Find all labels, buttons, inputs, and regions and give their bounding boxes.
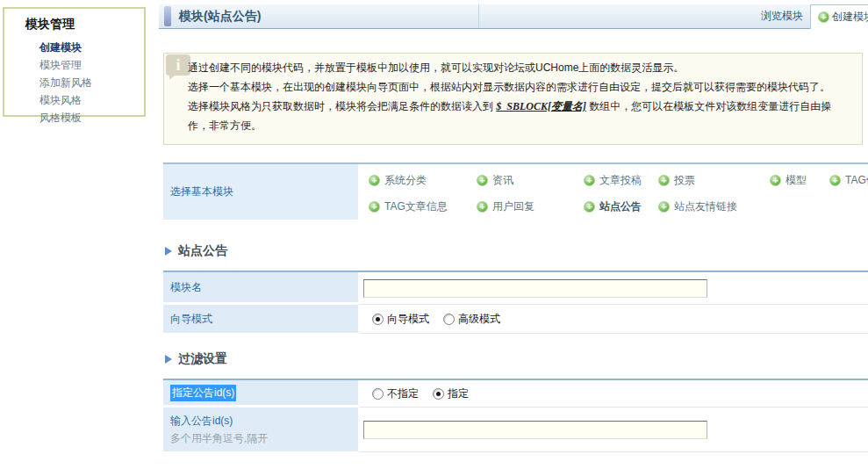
module-option-poll[interactable]: 投票 xyxy=(658,173,695,188)
radio-wizard-mode[interactable] xyxy=(372,314,384,325)
radio-not-specify[interactable] xyxy=(372,388,384,400)
input-ids-label: 输入公告id(s) 多个用半角逗号,隔开 xyxy=(163,408,358,451)
section-header-filter: 过滤设置 xyxy=(165,351,227,367)
specify-option[interactable]: 指定 xyxy=(433,386,469,401)
section-title: 站点公告 xyxy=(178,243,227,259)
input-ids-cell xyxy=(360,408,868,452)
module-option-model[interactable]: 模型 xyxy=(770,173,807,188)
info-line-1: 通过创建不同的模块代码，并放置于模板中加以使用，就可以实现对论坛或UCHome上… xyxy=(188,58,851,77)
specify-ids-label: 指定公告id(s) xyxy=(163,380,358,407)
not-specify-option[interactable]: 不指定 xyxy=(372,386,419,401)
radio-advanced-mode[interactable] xyxy=(443,314,455,325)
wizard-mode-cell: 向导模式 高级模式 xyxy=(360,305,868,334)
sidebar-item-module-style[interactable]: 模块风格 xyxy=(39,91,144,109)
sidebar-item-add-style[interactable]: 添加新风格 xyxy=(39,74,144,91)
filter-form: 指定公告id(s) 不指定 指定 输入公告id(s) 多个用半角逗号,隔开 xyxy=(163,379,868,452)
announcement-ids-input[interactable] xyxy=(363,421,707,439)
module-option-site-announcement[interactable]: 站点公告 xyxy=(584,199,642,214)
triangle-icon xyxy=(165,247,172,256)
tab-create-module-label: 创建模块 xyxy=(832,10,868,25)
module-option-site-links[interactable]: 站点友情链接 xyxy=(658,199,737,214)
sidebar-item-manage-module[interactable]: 模块管理 xyxy=(39,56,144,74)
input-ids-row: 输入公告id(s) 多个用半角逗号,隔开 xyxy=(163,408,868,452)
selected-text-highlight: 指定公告id(s) xyxy=(170,385,236,401)
plus-icon xyxy=(369,175,380,186)
input-ids-hint: 多个用半角逗号,隔开 xyxy=(170,431,358,446)
module-option-user-reply[interactable]: 用户回复 xyxy=(477,199,534,214)
advanced-mode-option[interactable]: 高级模式 xyxy=(443,312,500,327)
section-header-announcement: 站点公告 xyxy=(165,243,227,259)
module-name-cell xyxy=(360,272,868,305)
module-name-label: 模块名 xyxy=(163,272,358,304)
browse-modules-link[interactable]: 浏览模块 xyxy=(761,4,803,28)
wizard-mode-row: 向导模式 向导模式 高级模式 xyxy=(163,305,868,334)
plus-icon xyxy=(658,175,670,186)
wizard-mode-option[interactable]: 向导模式 xyxy=(372,312,429,327)
header-bar: 模块(站点公告) 浏览模块 xyxy=(159,4,868,29)
plus-icon xyxy=(658,201,670,213)
module-option-system-category[interactable]: 系统分类 xyxy=(369,173,427,188)
sblock-variable: $_SBLOCK[变量名] xyxy=(496,100,586,112)
sidebar: 模块管理 创建模块 模块管理 添加新风格 模块风格 风格模板 xyxy=(3,7,146,117)
header-accent-bar xyxy=(164,6,171,26)
sidebar-item-create-module[interactable]: 创建模块 xyxy=(39,39,144,56)
info-line-3: 选择模块风格为只获取数据时，模块将会把满足条件的数据读入到 $_SBLOCK[变… xyxy=(188,97,851,135)
page-title: 模块(站点公告) xyxy=(179,4,261,28)
module-option-article-submit[interactable]: 文章投稿 xyxy=(584,173,642,188)
module-admin-page: 模块管理 创建模块 模块管理 添加新风格 模块风格 风格模板 模块(站点公告) … xyxy=(0,0,868,469)
picker-label: 选择基本模块 xyxy=(163,164,358,220)
sidebar-title: 模块管理 xyxy=(25,17,144,32)
triangle-icon xyxy=(165,355,172,364)
header-divider xyxy=(478,4,479,28)
module-name-row: 模块名 xyxy=(163,272,868,305)
wizard-mode-label: 向导模式 xyxy=(163,305,358,333)
info-box: i 通过创建不同的模块代码，并放置于模板中加以使用，就可以实现对论坛或UCHom… xyxy=(163,53,863,145)
module-option-news[interactable]: 资讯 xyxy=(477,173,513,188)
tab-create-module[interactable]: 创建模块 xyxy=(810,4,868,29)
specify-ids-cell: 不指定 指定 xyxy=(360,380,868,408)
picker-options: 系统分类 资讯 文章投稿 投票 模型 TAG信息 TAG文章信息 用户回复 站点… xyxy=(360,164,868,220)
specify-ids-row: 指定公告id(s) 不指定 指定 xyxy=(163,380,868,408)
module-option-tag-info[interactable]: TAG信息 xyxy=(829,173,868,188)
plus-icon xyxy=(818,11,829,23)
announcement-form: 模块名 向导模式 向导模式 高级模式 xyxy=(163,271,868,334)
plus-icon xyxy=(770,175,781,186)
radio-specify[interactable] xyxy=(433,388,444,400)
info-text: 通过创建不同的模块代码，并放置于模板中加以使用，就可以实现对论坛或UCHome上… xyxy=(188,58,851,135)
plus-icon xyxy=(477,175,488,186)
plus-icon xyxy=(369,201,380,213)
module-name-input[interactable] xyxy=(363,279,707,298)
plus-icon xyxy=(477,201,488,213)
section-title: 过滤设置 xyxy=(178,351,227,367)
info-icon: i xyxy=(166,54,190,76)
base-module-picker: 选择基本模块 系统分类 资讯 文章投稿 投票 模型 TAG信息 TAG文章信息 … xyxy=(163,162,868,220)
info-line-2: 选择一个基本模块，在出现的创建模块向导页面中，根据站内对显示数据内容的需求进行自… xyxy=(188,77,851,97)
plus-icon xyxy=(829,175,841,186)
plus-icon xyxy=(584,175,595,186)
sidebar-item-style-template[interactable]: 风格模板 xyxy=(39,109,144,126)
plus-icon xyxy=(584,201,595,213)
module-option-tag-article[interactable]: TAG文章信息 xyxy=(369,199,448,214)
